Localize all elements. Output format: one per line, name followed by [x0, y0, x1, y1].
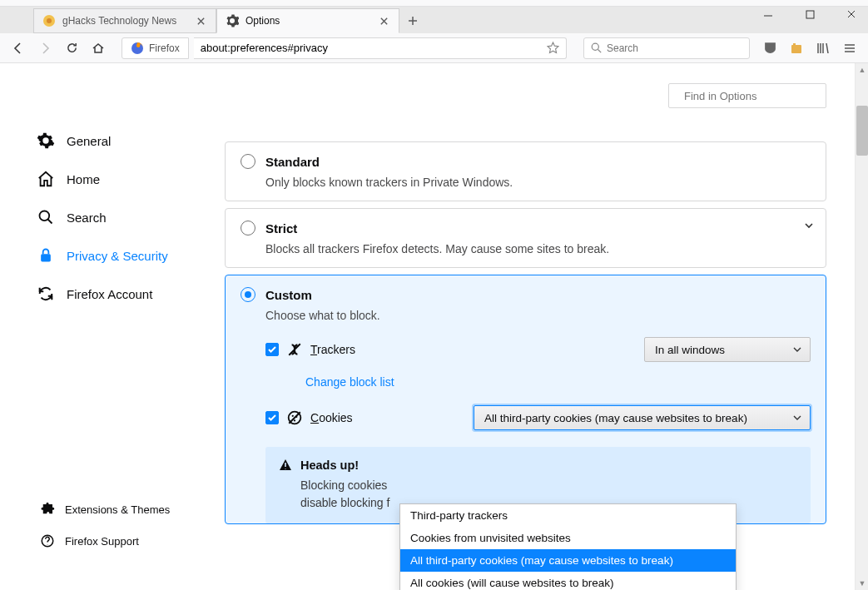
library-icon[interactable] — [811, 37, 835, 60]
scrollbar[interactable]: ▲ ▼ — [855, 63, 868, 590]
gear-icon — [226, 14, 239, 27]
window-controls — [756, 2, 863, 26]
caret-down-icon — [793, 414, 801, 422]
scrollbar-thumb[interactable] — [856, 106, 868, 156]
card-title: Custom — [265, 288, 312, 302]
search-icon — [37, 208, 55, 226]
preferences-page: General Home Search Privacy & Security F… — [0, 63, 868, 590]
sidebar-item-label: Firefox Support — [65, 535, 139, 548]
find-input[interactable] — [684, 90, 824, 102]
option-cookies: Cookies All third-party cookies (may cau… — [265, 405, 811, 430]
close-window-button[interactable] — [840, 2, 863, 26]
sync-icon — [37, 285, 55, 303]
option-label: Cookies — [310, 411, 353, 424]
card-desc: Only blocks known trackers in Private Wi… — [265, 176, 811, 189]
card-title: Strict — [265, 221, 297, 236]
card-strict[interactable]: Strict Blocks all trackers Firefox detec… — [225, 208, 826, 268]
ublock-icon[interactable] — [758, 37, 781, 60]
sidebar-item-support[interactable]: Firefox Support — [0, 525, 216, 557]
select-trackers[interactable]: In all windows — [644, 337, 811, 362]
sidebar-item-home[interactable]: Home — [0, 160, 216, 198]
new-tab-button[interactable] — [399, 8, 426, 33]
identity-label: Firefox — [149, 42, 180, 54]
caret-down-icon — [793, 345, 801, 354]
scroll-down-icon[interactable]: ▼ — [856, 577, 868, 590]
svg-point-7 — [40, 211, 50, 221]
radio-custom[interactable] — [241, 287, 255, 302]
help-icon — [40, 533, 55, 548]
dropdown-item[interactable]: Cookies from unvisited websites — [400, 527, 736, 549]
scroll-up-icon[interactable]: ▲ — [856, 63, 868, 77]
url-input[interactable] — [201, 42, 547, 54]
minimize-button[interactable] — [756, 2, 780, 26]
svg-rect-8 — [41, 254, 51, 261]
cookie-icon — [287, 410, 302, 425]
maximize-button[interactable] — [798, 2, 821, 26]
close-icon[interactable] — [194, 14, 207, 27]
sidebar-item-account[interactable]: Firefox Account — [0, 275, 216, 313]
card-title: Standard — [265, 155, 320, 169]
sidebar-item-label: Search — [67, 211, 107, 225]
tab-label: gHacks Technology News — [62, 15, 187, 27]
sidebar-item-extensions[interactable]: Extensions & Themes — [0, 493, 216, 525]
reload-button[interactable] — [60, 37, 83, 60]
sidebar-item-label: Extensions & Themes — [65, 503, 170, 516]
search-icon — [591, 42, 602, 53]
nav-toolbar: Firefox — [0, 33, 868, 63]
sidebar-item-label: Firefox Account — [67, 287, 152, 301]
tracker-icon — [287, 342, 302, 357]
home-icon — [37, 170, 55, 188]
select-value: In all windows — [655, 344, 725, 356]
option-trackers: Trackers In all windows — [265, 337, 811, 362]
cookies-dropdown: Third-party trackers Cookies from unvisi… — [399, 503, 737, 590]
tab-ghacks[interactable]: gHacks Technology News — [33, 8, 216, 33]
search-input[interactable] — [607, 42, 742, 54]
card-desc: Choose what to block. — [265, 309, 811, 322]
gear-icon — [37, 131, 55, 150]
svg-point-1 — [47, 18, 52, 23]
svg-point-14 — [294, 419, 295, 421]
sidebar-item-label: Privacy & Security — [67, 249, 168, 263]
home-button[interactable] — [87, 37, 110, 60]
tab-options[interactable]: Options — [216, 8, 399, 33]
sidebar-item-general[interactable]: General — [0, 121, 216, 160]
card-desc: Blocks all trackers Firefox detects. May… — [265, 242, 811, 255]
svg-rect-2 — [806, 11, 814, 18]
search-bar[interactable] — [583, 37, 750, 59]
puzzle-icon — [40, 502, 55, 517]
warning-title-text: Heads up! — [300, 459, 359, 472]
lock-icon — [37, 246, 55, 265]
option-label: Trackers — [310, 343, 355, 356]
dropdown-item[interactable]: All cookies (will cause websites to brea… — [400, 572, 736, 590]
sidebar: General Home Search Privacy & Security F… — [0, 63, 216, 590]
card-custom[interactable]: Custom Choose what to block. Trackers In… — [225, 275, 826, 524]
svg-rect-5 — [791, 45, 801, 53]
card-standard[interactable]: Standard Only blocks known trackers in P… — [225, 141, 826, 201]
star-icon[interactable] — [547, 42, 559, 54]
menu-icon[interactable] — [838, 37, 861, 60]
tab-strip: gHacks Technology News Options — [0, 7, 868, 33]
dropdown-item[interactable]: All third-party cookies (may cause websi… — [400, 549, 736, 572]
close-icon[interactable] — [377, 14, 390, 27]
checkbox-trackers[interactable] — [265, 343, 279, 356]
radio-standard[interactable] — [241, 154, 255, 169]
chevron-down-icon[interactable] — [804, 221, 814, 231]
change-block-list-link[interactable]: Change block list — [305, 375, 811, 389]
radio-strict[interactable] — [241, 221, 255, 236]
svg-point-4 — [592, 43, 598, 50]
back-button[interactable] — [7, 37, 30, 60]
select-cookies[interactable]: All third-party cookies (may cause websi… — [474, 405, 811, 430]
dropdown-item[interactable]: Third-party trackers — [400, 504, 736, 527]
forward-button[interactable] — [33, 37, 57, 60]
identity-box[interactable]: Firefox — [122, 37, 189, 59]
url-bar[interactable] — [194, 37, 567, 59]
checkbox-cookies[interactable] — [265, 411, 279, 424]
sidebar-item-privacy[interactable]: Privacy & Security — [0, 236, 216, 275]
find-in-options[interactable] — [668, 83, 826, 108]
sidebar-item-label: Home — [67, 172, 100, 186]
sidebar-bottom: Extensions & Themes Firefox Support — [0, 493, 216, 573]
firefox-icon — [131, 42, 144, 55]
extension-icon[interactable] — [785, 37, 808, 60]
svg-rect-6 — [793, 43, 796, 46]
sidebar-item-search[interactable]: Search — [0, 198, 216, 236]
